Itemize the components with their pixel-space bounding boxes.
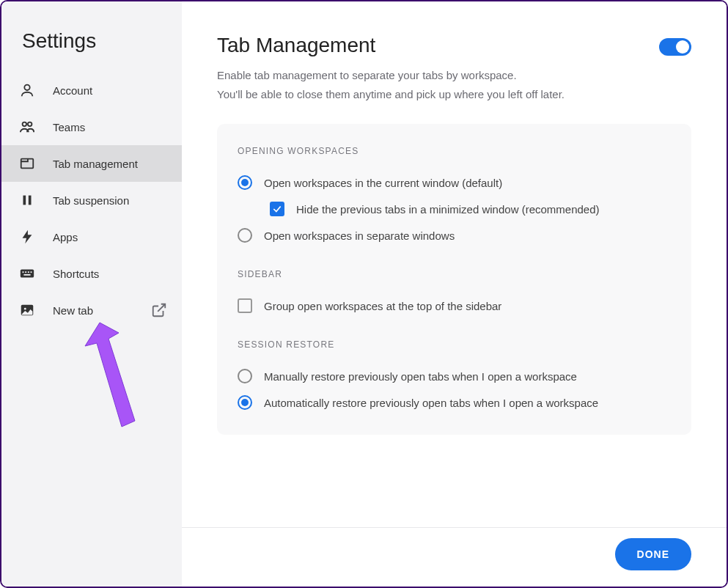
option-label: Automatically restore previously open ta… (264, 397, 598, 409)
section-opening-workspaces: OPENING WORKSPACES Open workspaces in th… (238, 146, 671, 249)
sidebar-item-shortcuts[interactable]: Shortcuts (1, 255, 182, 292)
svg-point-0 (24, 85, 29, 90)
option-open-current-window[interactable]: Open workspaces in the current window (d… (238, 169, 671, 196)
svg-rect-7 (23, 271, 24, 273)
section-heading: OPENING WORKSPACES (238, 146, 671, 156)
footer: DONE (182, 527, 727, 587)
checkbox-icon (270, 202, 284, 216)
svg-rect-9 (28, 271, 29, 273)
external-link-icon (151, 302, 167, 318)
sidebar-item-label: Apps (53, 231, 182, 243)
pause-icon (19, 192, 35, 208)
content-area: Tab Management Enable tab management to … (182, 1, 727, 527)
svg-rect-6 (21, 270, 34, 278)
option-group-workspaces[interactable]: Group open workspaces at the top of the … (238, 293, 671, 319)
people-icon (19, 119, 35, 135)
option-auto-restore[interactable]: Automatically restore previously open ta… (238, 389, 671, 416)
tab-icon (19, 155, 35, 172)
page-description: Enable tab management to separate your t… (217, 66, 691, 103)
option-label: Hide the previous tabs in a minimized wi… (296, 203, 600, 216)
sidebar-item-label: Tab management (53, 158, 182, 170)
option-label: Manually restore previously open tabs wh… (264, 370, 577, 383)
keyboard-icon (19, 265, 35, 282)
svg-point-13 (24, 308, 26, 310)
option-manual-restore[interactable]: Manually restore previously open tabs wh… (238, 363, 671, 389)
image-icon (19, 302, 35, 318)
svg-rect-10 (31, 271, 32, 273)
sidebar-item-label: Account (53, 84, 182, 97)
toggle-knob (676, 40, 689, 54)
settings-sidebar: Settings Account Teams Tab management Ta… (1, 1, 182, 587)
sidebar-item-label: New tab (53, 304, 133, 317)
svg-point-1 (23, 122, 26, 127)
svg-rect-8 (25, 271, 26, 273)
option-label: Group open workspaces at the top of the … (264, 300, 501, 312)
sidebar-item-label: Tab suspension (53, 194, 182, 207)
sidebar-item-apps[interactable]: Apps (1, 218, 182, 255)
section-sidebar: SIDEBAR Group open workspaces at the top… (238, 269, 671, 319)
option-open-separate-windows[interactable]: Open workspaces in separate windows (238, 222, 671, 249)
svg-rect-5 (29, 196, 32, 205)
section-session-restore: SESSION RESTORE Manually restore previou… (238, 339, 671, 416)
option-label: Open workspaces in separate windows (264, 229, 455, 242)
checkbox-icon (238, 298, 252, 313)
tab-management-toggle[interactable] (659, 38, 691, 56)
bolt-icon (19, 229, 35, 245)
option-label: Open workspaces in the current window (d… (264, 177, 502, 189)
svg-rect-11 (23, 274, 30, 276)
sidebar-item-label: Teams (53, 121, 182, 133)
settings-dialog: Settings Account Teams Tab management Ta… (1, 1, 727, 587)
radio-icon (238, 228, 252, 243)
sidebar-item-tab-management[interactable]: Tab management (1, 145, 182, 182)
svg-point-2 (28, 122, 32, 127)
sidebar-item-new-tab[interactable]: New tab (1, 292, 182, 328)
sidebar-item-account[interactable]: Account (1, 72, 182, 109)
person-icon (19, 82, 35, 98)
sidebar-item-teams[interactable]: Teams (1, 109, 182, 145)
main-panel: Tab Management Enable tab management to … (182, 1, 727, 587)
section-heading: SIDEBAR (238, 269, 671, 279)
radio-icon (238, 175, 252, 190)
radio-icon (238, 395, 252, 410)
page-title: Tab Management (217, 34, 375, 57)
header-row: Tab Management (217, 34, 691, 66)
description-line1: Enable tab management to separate your t… (217, 69, 517, 81)
section-heading: SESSION RESTORE (238, 339, 671, 350)
radio-icon (238, 369, 252, 383)
sidebar-item-label: Shortcuts (53, 268, 182, 280)
settings-card: OPENING WORKSPACES Open workspaces in th… (217, 124, 691, 435)
svg-rect-4 (23, 196, 26, 205)
sidebar-title: Settings (1, 29, 182, 72)
done-button[interactable]: DONE (615, 538, 691, 570)
description-line2: You'll be able to close them anytime and… (217, 88, 565, 100)
sidebar-item-tab-suspension[interactable]: Tab suspension (1, 182, 182, 218)
option-hide-previous-tabs[interactable]: Hide the previous tabs in a minimized wi… (238, 196, 671, 222)
